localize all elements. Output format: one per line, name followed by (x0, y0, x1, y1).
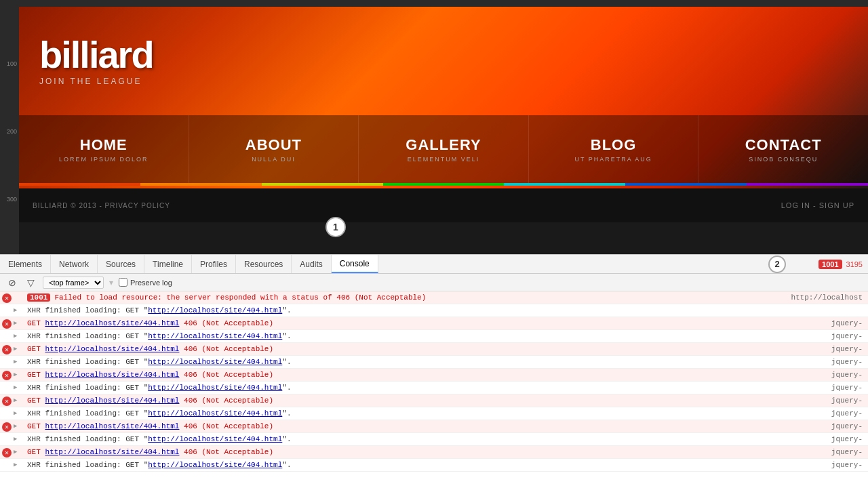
expand-arrow: ▶ (14, 447, 24, 455)
row-main-text: XHR finished loading: GET "http://localh… (24, 408, 787, 419)
expand-arrow (14, 292, 24, 293)
console-row[interactable]: ✕1001Failed to load resource: the server… (0, 291, 868, 304)
console-content[interactable]: ✕1001Failed to load resource: the server… (0, 291, 868, 488)
expand-arrow: ▶ (14, 305, 24, 314)
expand-arrow: ▶ (14, 395, 24, 404)
expand-arrow: ▶ (14, 344, 24, 352)
row-main-text: XHR finished loading: GET "http://localh… (24, 434, 787, 445)
filter-button[interactable]: ▽ (24, 276, 37, 289)
devtools-tabs-bar: Elements Network Sources Timeline Profil… (0, 255, 868, 274)
row-source: jquery- (787, 369, 868, 380)
row-icon (0, 460, 14, 461)
expand-arrow: ▶ (14, 331, 24, 340)
row-main-text: GET http://localhost/site/404.html 406 (… (24, 369, 787, 380)
row-main-text: 1001Failed to load resource: the server … (24, 292, 785, 303)
row-main-text: XHR finished loading: GET "http://localh… (24, 357, 787, 367)
error-icon: ✕ (2, 371, 12, 380)
expand-arrow: ▶ (14, 408, 24, 417)
nav-sub: NULLA DUI (252, 156, 296, 163)
site-footer: BILLIARD © 2013 - PRIVACY POLICY LOG IN … (19, 188, 868, 222)
row-source: jquery- (787, 344, 868, 354)
console-row[interactable]: ▶XHR finished loading: GET "http://local… (0, 330, 868, 343)
row-main-text: GET http://localhost/site/404.html 406 (… (24, 344, 787, 354)
console-row[interactable]: ✕▶GET http://localhost/site/404.html 406… (0, 446, 868, 459)
nav-title: CONTACT (745, 136, 822, 154)
console-row[interactable]: ✕▶GET http://localhost/site/404.html 406… (0, 420, 868, 433)
tab-network[interactable]: Network (51, 255, 98, 273)
row-icon: ✕ (0, 318, 14, 329)
nav-sub: SINOB CONSEQU (749, 156, 818, 163)
row-icon: ✕ (0, 395, 14, 406)
preserve-log-label[interactable]: Preserve log (119, 278, 172, 287)
error-badge: 1001 (818, 260, 842, 269)
expand-arrow: ▶ (14, 421, 24, 430)
color-bar (19, 183, 868, 186)
error-icon: ✕ (2, 293, 12, 303)
row-source: jquery- (787, 331, 868, 342)
tab-profiles[interactable]: Profiles (192, 255, 236, 273)
nav-item-gallery[interactable]: GALLERY ELEMENTUM VELI (359, 115, 529, 183)
row-source: http://localhost (785, 292, 868, 303)
row-source: jquery- (787, 460, 868, 470)
nav-title: GALLERY (406, 136, 481, 154)
error-icon: ✕ (2, 319, 12, 329)
row-main-text: GET http://localhost/site/404.html 406 (… (24, 447, 787, 458)
preserve-log-checkbox[interactable] (119, 278, 127, 287)
row-source: jquery- (787, 395, 868, 406)
row-source: jquery- (787, 434, 868, 445)
footer-right: LOG IN - SIGN UP (781, 201, 854, 209)
console-row[interactable]: ✕▶GET http://localhost/site/404.html 406… (0, 369, 868, 382)
color-bar-segment (747, 183, 868, 186)
expand-arrow: ▶ (14, 434, 24, 443)
expand-arrow: ▶ (14, 318, 24, 327)
error-count: 3195 (846, 260, 863, 268)
nav-item-about[interactable]: ABOUT NULLA DUI (189, 115, 359, 183)
expand-arrow: ▶ (14, 357, 24, 365)
expand-arrow: ▶ (14, 369, 24, 378)
console-row[interactable]: ▶XHR finished loading: GET "http://local… (0, 433, 868, 446)
nav-title: BLOG (591, 136, 637, 154)
console-row[interactable]: ▶XHR finished loading: GET "http://local… (0, 459, 868, 472)
ruler-mark-300: 300 (7, 197, 17, 203)
tab-resources[interactable]: Resources (236, 255, 292, 273)
nav-item-blog[interactable]: BLOG UT PHARETRA AUG (529, 115, 699, 183)
row-source: jquery- (787, 357, 868, 367)
console-row[interactable]: ▶XHR finished loading: GET "http://local… (0, 382, 868, 394)
row-icon (0, 305, 14, 306)
row-source (787, 305, 868, 308)
nav-item-contact[interactable]: CONTACT SINOB CONSEQU (698, 115, 868, 183)
row-main-text: GET http://localhost/site/404.html 406 (… (24, 421, 787, 432)
ruler-mark-100: 100 (7, 61, 17, 67)
nav-sub: UT PHARETRA AUG (574, 156, 652, 163)
site-nav: HOME LOREM IPSUM DOLORABOUT NULLA DUIGAL… (19, 115, 868, 183)
footer-left: BILLIARD © 2013 - PRIVACY POLICY (33, 202, 170, 209)
console-row[interactable]: ✕▶GET http://localhost/site/404.html 406… (0, 317, 868, 330)
row-main-text: XHR finished loading: GET "http://localh… (24, 460, 787, 470)
error-icon: ✕ (2, 422, 12, 432)
color-bar-segment (625, 183, 747, 186)
clear-console-button[interactable]: ⊘ (5, 276, 19, 289)
nav-title: HOME (80, 136, 127, 154)
step-1-circle: 1 (326, 217, 346, 237)
console-row[interactable]: ▶XHR finished loading: GET "http://local… (0, 407, 868, 420)
tab-elements[interactable]: Elements (0, 255, 51, 273)
row-source: jquery- (787, 447, 868, 458)
console-row[interactable]: ✕▶GET http://localhost/site/404.html 406… (0, 343, 868, 356)
error-icon: ✕ (2, 345, 12, 354)
error-count-badge: 1001 (27, 293, 50, 302)
console-row[interactable]: ▶XHR finished loading: GET "http://local… (0, 356, 868, 369)
nav-item-home[interactable]: HOME LOREM IPSUM DOLOR (19, 115, 189, 183)
tab-sources[interactable]: Sources (98, 255, 144, 273)
row-source: jquery- (787, 421, 868, 432)
error-icon: ✕ (2, 396, 12, 406)
nav-sub: LOREM IPSUM DOLOR (59, 156, 149, 163)
tab-timeline[interactable]: Timeline (144, 255, 192, 273)
console-row[interactable]: ✕▶GET http://localhost/site/404.html 406… (0, 394, 868, 407)
console-row[interactable]: ▶XHR finished loading: GET "http://local… (0, 304, 868, 317)
row-source: jquery- (787, 382, 868, 393)
tab-console[interactable]: Console (332, 255, 378, 273)
expand-arrow: ▶ (14, 460, 24, 468)
frame-select[interactable]: <top frame> (43, 277, 104, 289)
row-icon (0, 382, 14, 384)
tab-audits[interactable]: Audits (292, 255, 331, 273)
